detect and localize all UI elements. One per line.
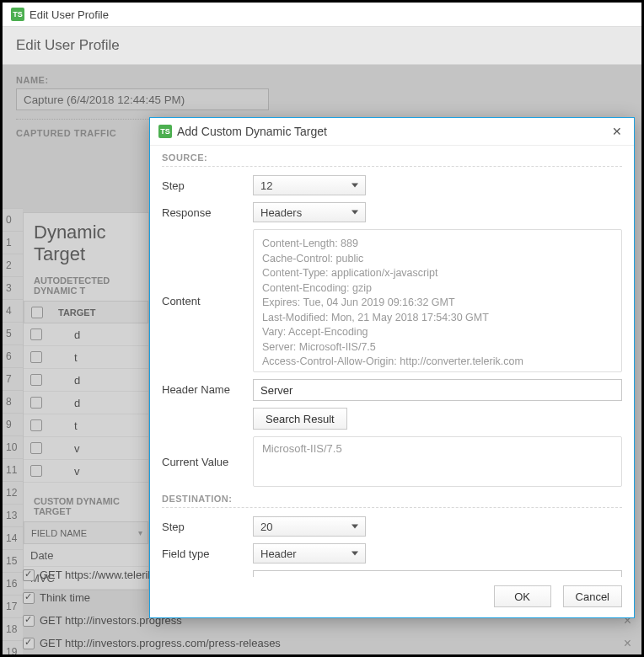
step-num[interactable]: 13 — [3, 504, 23, 526]
ok-button[interactable]: OK — [494, 585, 551, 607]
autodetected-grid-header: TARGET — [24, 301, 148, 323]
row-checkbox[interactable] — [23, 638, 35, 649]
step-num[interactable]: 15 — [3, 549, 23, 572]
step-num[interactable]: 4 — [3, 299, 23, 322]
row-checkbox[interactable] — [30, 465, 42, 477]
app-logo-icon: TS — [158, 125, 172, 138]
step-num[interactable]: 16 — [3, 572, 23, 595]
row-checkbox[interactable] — [30, 442, 42, 454]
source-section-label: SOURCE: — [162, 152, 622, 163]
add-custom-dynamic-target-dialog: TS Add Custom Dynamic Target ✕ SOURCE: S… — [149, 117, 635, 618]
step-num[interactable]: 19 — [3, 640, 23, 654]
dialog-footer: OK Cancel — [150, 577, 634, 617]
field-name-label: Field name — [162, 570, 253, 577]
dynamic-targets-title: Dynamic Target — [24, 216, 148, 270]
step-num[interactable]: 3 — [3, 276, 23, 299]
autodetected-label: AUTODETECTED DYNAMIC T — [24, 270, 148, 301]
step-num[interactable]: 10 — [3, 435, 23, 458]
step-num[interactable]: 1 — [3, 231, 23, 254]
step-num[interactable]: 14 — [3, 526, 23, 549]
field-name-input[interactable] — [253, 570, 622, 577]
autodetected-row[interactable]: d — [24, 392, 148, 414]
autodetected-row[interactable]: v — [24, 437, 148, 460]
field-type-select[interactable]: Header — [253, 543, 366, 564]
app-logo-icon: TS — [11, 8, 24, 21]
row-checkbox[interactable] — [30, 328, 42, 340]
field-type-label: Field type — [162, 543, 253, 564]
profile-name-input[interactable] — [16, 88, 269, 110]
select-all-checkbox[interactable] — [31, 307, 43, 318]
dialog-title: Add Custom Dynamic Target — [177, 125, 609, 138]
filter-icon[interactable]: ▾ — [138, 528, 142, 537]
dest-step-label: Step — [162, 516, 253, 537]
row-checkbox[interactable] — [30, 419, 42, 431]
dynamic-targets-panel: Dynamic Target AUTODETECTED DYNAMIC T TA… — [23, 212, 149, 590]
autodetected-row[interactable]: d — [24, 369, 148, 392]
step-num[interactable]: 18 — [3, 617, 23, 640]
step-num[interactable]: 8 — [3, 390, 23, 413]
header-name-label: Header Name — [162, 379, 253, 399]
step-num[interactable]: 5 — [3, 322, 23, 345]
step-num[interactable]: 2 — [3, 254, 23, 276]
source-step-label: Step — [162, 175, 253, 195]
custom-grid-header: FIELD NAME ▾ — [24, 521, 148, 544]
delete-icon[interactable]: × — [624, 636, 631, 651]
current-value-box: Microsoft-IIS/7.5 — [253, 436, 622, 487]
search-result-button[interactable]: Search Result — [253, 408, 347, 430]
autodetected-row[interactable]: d — [24, 323, 148, 346]
custom-dynamic-label: CUSTOM DYNAMIC TARGET — [24, 491, 148, 521]
close-icon[interactable]: ✕ — [609, 123, 625, 140]
step-num[interactable]: 12 — [3, 481, 23, 504]
header-name-input[interactable] — [253, 379, 622, 401]
response-select[interactable]: Headers — [253, 202, 366, 222]
step-num[interactable]: 0 — [3, 208, 23, 231]
dialog-titlebar[interactable]: TS Add Custom Dynamic Target ✕ — [150, 118, 634, 146]
row-checkbox[interactable] — [23, 615, 35, 627]
row-checkbox[interactable] — [23, 569, 35, 581]
row-checkbox[interactable] — [30, 397, 42, 409]
window-title: Edit User Profile — [30, 8, 109, 21]
window-titlebar[interactable]: TS Edit User Profile — [3, 3, 641, 27]
cancel-button[interactable]: Cancel — [563, 585, 622, 607]
content-textbox[interactable]: Content-Length: 889 Cache-Control: publi… — [253, 229, 622, 372]
dest-step-select[interactable]: 20 — [253, 516, 366, 537]
step-num[interactable]: 17 — [3, 595, 23, 617]
step-num[interactable]: 7 — [3, 367, 23, 390]
destination-section-label: DESTINATION: — [162, 494, 622, 504]
traffic-row[interactable]: GET http://investors.progress.com/press-… — [23, 632, 631, 654]
current-value-label: Current Value — [162, 451, 253, 472]
row-checkbox[interactable] — [23, 592, 35, 604]
autodetected-row[interactable]: t — [24, 346, 148, 369]
autodetected-row[interactable]: t — [24, 414, 148, 437]
page-title: Edit User Profile — [3, 27, 641, 65]
step-number-column: 0 1 2 3 4 5 6 7 8 9 10 11 12 13 14 15 16… — [3, 208, 23, 654]
name-label: NAME: — [16, 75, 628, 85]
step-num[interactable]: 9 — [3, 413, 23, 435]
autodetected-row[interactable]: v — [24, 460, 148, 483]
response-label: Response — [162, 202, 253, 222]
field-name-column-header[interactable]: FIELD NAME ▾ — [24, 528, 148, 538]
row-checkbox[interactable] — [30, 351, 42, 363]
step-num[interactable]: 6 — [3, 345, 23, 367]
step-num[interactable]: 11 — [3, 458, 23, 481]
target-column-header[interactable]: TARGET — [50, 307, 95, 318]
row-checkbox[interactable] — [30, 374, 42, 386]
content-label: Content — [162, 291, 253, 311]
source-step-select[interactable]: 12 — [253, 175, 366, 195]
